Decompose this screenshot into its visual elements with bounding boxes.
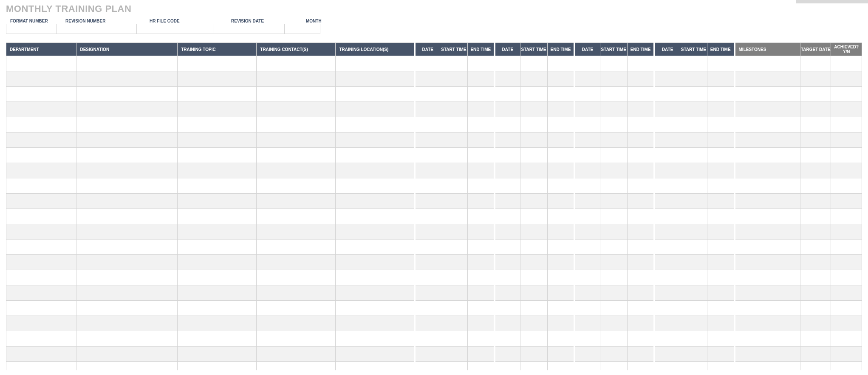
table-cell[interactable] xyxy=(547,347,574,362)
table-cell[interactable] xyxy=(336,224,415,240)
table-cell[interactable] xyxy=(6,71,76,87)
table-cell[interactable] xyxy=(336,87,415,102)
table-cell[interactable] xyxy=(574,301,600,316)
table-cell[interactable] xyxy=(547,224,574,240)
table-cell[interactable] xyxy=(627,71,654,87)
table-cell[interactable] xyxy=(415,194,440,209)
table-cell[interactable] xyxy=(6,331,76,347)
table-cell[interactable] xyxy=(6,270,76,285)
table-cell[interactable] xyxy=(495,194,520,209)
table-cell[interactable] xyxy=(707,117,734,133)
table-cell[interactable] xyxy=(257,133,336,148)
table-cell[interactable] xyxy=(467,240,495,255)
table-cell[interactable] xyxy=(627,87,654,102)
table-cell[interactable] xyxy=(257,240,336,255)
table-cell[interactable] xyxy=(415,240,440,255)
table-cell[interactable] xyxy=(257,194,336,209)
table-cell[interactable] xyxy=(257,285,336,301)
table-cell[interactable] xyxy=(707,331,734,347)
table-cell[interactable] xyxy=(600,56,627,71)
table-cell[interactable] xyxy=(495,148,520,163)
table-cell[interactable] xyxy=(574,240,600,255)
table-cell[interactable] xyxy=(76,71,178,87)
table-cell[interactable] xyxy=(627,194,654,209)
table-cell[interactable] xyxy=(440,316,467,331)
table-cell[interactable] xyxy=(574,117,600,133)
table-cell[interactable] xyxy=(800,133,831,148)
table-cell[interactable] xyxy=(600,240,627,255)
table-cell[interactable] xyxy=(76,56,178,71)
table-cell[interactable] xyxy=(467,270,495,285)
table-cell[interactable] xyxy=(600,255,627,270)
table-cell[interactable] xyxy=(440,331,467,347)
table-cell[interactable] xyxy=(520,255,547,270)
table-cell[interactable] xyxy=(707,362,734,370)
table-cell[interactable] xyxy=(467,163,495,178)
table-cell[interactable] xyxy=(680,148,707,163)
table-cell[interactable] xyxy=(257,148,336,163)
table-cell[interactable] xyxy=(336,362,415,370)
table-cell[interactable] xyxy=(831,87,862,102)
table-cell[interactable] xyxy=(495,255,520,270)
table-cell[interactable] xyxy=(654,255,680,270)
table-cell[interactable] xyxy=(467,347,495,362)
table-cell[interactable] xyxy=(707,224,734,240)
table-cell[interactable] xyxy=(654,270,680,285)
table-cell[interactable] xyxy=(415,102,440,117)
table-cell[interactable] xyxy=(707,87,734,102)
table-cell[interactable] xyxy=(680,240,707,255)
table-cell[interactable] xyxy=(415,117,440,133)
table-cell[interactable] xyxy=(257,102,336,117)
table-cell[interactable] xyxy=(76,270,178,285)
table-cell[interactable] xyxy=(600,362,627,370)
table-cell[interactable] xyxy=(680,209,707,224)
table-cell[interactable] xyxy=(600,270,627,285)
table-cell[interactable] xyxy=(415,301,440,316)
table-cell[interactable] xyxy=(520,362,547,370)
table-cell[interactable] xyxy=(520,331,547,347)
table-cell[interactable] xyxy=(336,240,415,255)
table-cell[interactable] xyxy=(440,240,467,255)
table-cell[interactable] xyxy=(680,163,707,178)
table-cell[interactable] xyxy=(735,362,800,370)
table-cell[interactable] xyxy=(440,270,467,285)
table-cell[interactable] xyxy=(574,56,600,71)
table-cell[interactable] xyxy=(600,148,627,163)
table-cell[interactable] xyxy=(627,240,654,255)
table-cell[interactable] xyxy=(178,133,257,148)
table-cell[interactable] xyxy=(574,163,600,178)
table-cell[interactable] xyxy=(467,133,495,148)
table-cell[interactable] xyxy=(574,87,600,102)
table-cell[interactable] xyxy=(707,163,734,178)
table-cell[interactable] xyxy=(680,178,707,194)
table-cell[interactable] xyxy=(178,102,257,117)
table-cell[interactable] xyxy=(707,301,734,316)
table-cell[interactable] xyxy=(520,209,547,224)
table-cell[interactable] xyxy=(6,178,76,194)
table-cell[interactable] xyxy=(415,148,440,163)
table-cell[interactable] xyxy=(440,133,467,148)
table-cell[interactable] xyxy=(547,102,574,117)
table-cell[interactable] xyxy=(440,224,467,240)
table-cell[interactable] xyxy=(467,255,495,270)
table-cell[interactable] xyxy=(600,209,627,224)
table-cell[interactable] xyxy=(680,102,707,117)
table-cell[interactable] xyxy=(178,117,257,133)
table-cell[interactable] xyxy=(495,362,520,370)
table-cell[interactable] xyxy=(415,270,440,285)
table-cell[interactable] xyxy=(520,178,547,194)
table-cell[interactable] xyxy=(831,240,862,255)
table-cell[interactable] xyxy=(6,117,76,133)
table-cell[interactable] xyxy=(600,285,627,301)
table-cell[interactable] xyxy=(440,87,467,102)
table-cell[interactable] xyxy=(467,316,495,331)
table-cell[interactable] xyxy=(627,270,654,285)
table-cell[interactable] xyxy=(6,102,76,117)
table-cell[interactable] xyxy=(495,56,520,71)
table-cell[interactable] xyxy=(520,316,547,331)
table-cell[interactable] xyxy=(6,224,76,240)
meta-input-revision-date[interactable] xyxy=(214,24,285,34)
table-cell[interactable] xyxy=(831,224,862,240)
table-cell[interactable] xyxy=(178,71,257,87)
table-cell[interactable] xyxy=(76,102,178,117)
